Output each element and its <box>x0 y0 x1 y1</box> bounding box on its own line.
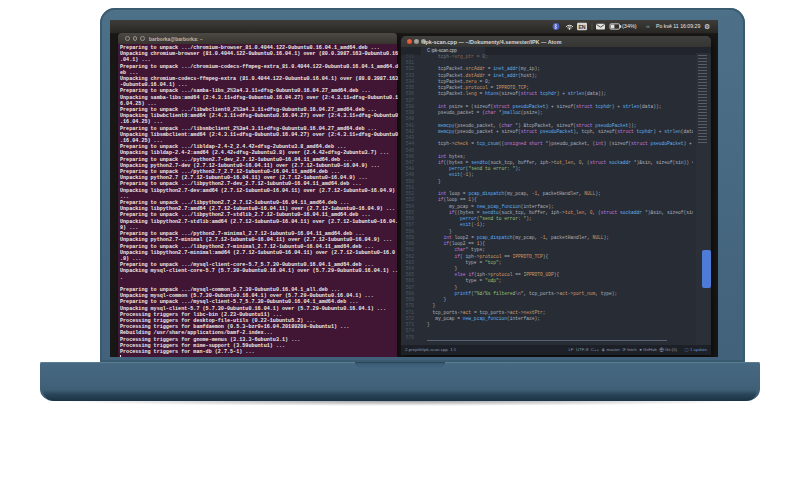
svg-text:EN: EN <box>578 24 585 30</box>
